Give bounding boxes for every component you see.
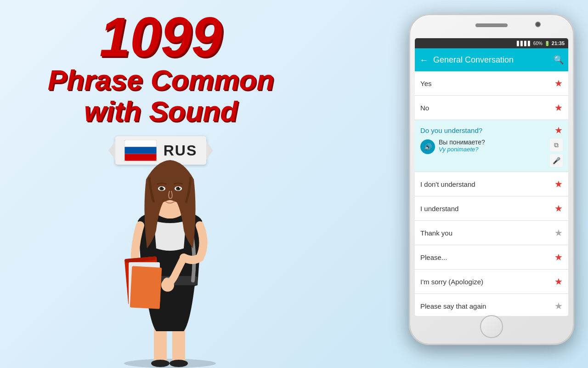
status-icons: ▋▋▋▋ 60% 🔋 21:35: [517, 40, 565, 46]
sound-button[interactable]: 🔊: [420, 139, 435, 154]
phrase-item[interactable]: I don't understand ★: [415, 172, 568, 196]
phrase-item[interactable]: Yes ★: [415, 71, 568, 96]
svg-point-8: [151, 360, 170, 367]
svg-rect-30: [130, 266, 162, 309]
phrase-text: I understand: [420, 205, 458, 213]
battery-percent: 60%: [533, 41, 543, 46]
phone-mockup: ▋▋▋▋ 60% 🔋 21:35 ← General Conversation …: [409, 14, 574, 345]
battery-icon: 🔋: [544, 41, 550, 46]
time-display: 21:35: [552, 40, 565, 46]
phrase-text: Do you understand?: [420, 126, 482, 134]
mic-icon[interactable]: 🎤: [550, 154, 563, 167]
phrase-item[interactable]: Thank you ★: [415, 221, 568, 245]
favorite-star-icon[interactable]: ★: [554, 227, 563, 238]
phrase-item[interactable]: Please... ★: [415, 245, 568, 270]
phrase-text: I'm sorry (Apologize): [420, 278, 483, 286]
phone-camera-icon: [535, 22, 541, 27]
favorite-star-icon[interactable]: ★: [554, 300, 563, 311]
phrase-item[interactable]: Please say that again ★: [415, 294, 568, 316]
signal-icon: ▋▋▋▋: [517, 41, 531, 46]
phrase-item[interactable]: No ★: [415, 96, 568, 120]
status-bar: ▋▋▋▋ 60% 🔋 21:35: [415, 38, 568, 48]
transliteration-text: Vy ponimaete?: [439, 146, 543, 153]
phrase-text: I don't understand: [420, 180, 475, 188]
action-icons: ⧉ 🎤: [550, 138, 563, 167]
phrase-item-header: Do you understand? ★: [420, 125, 563, 136]
phrase-item-expanded[interactable]: Do you understand? ★ 🔊 Вы понимаете? Vy …: [415, 120, 568, 172]
phrase-text: Thank you: [420, 229, 452, 237]
phrase-text: Please say that again: [420, 302, 486, 310]
favorite-star-icon[interactable]: ★: [554, 125, 563, 136]
cyrillic-text: Вы понимаете?: [439, 138, 543, 146]
phrase-text: Please...: [420, 253, 447, 261]
favorite-star-icon[interactable]: ★: [554, 102, 563, 113]
svg-point-21: [179, 187, 180, 188]
home-button[interactable]: [480, 315, 503, 338]
phrase-text: Yes: [420, 80, 431, 87]
promo-number: 1099: [100, 9, 222, 64]
back-button[interactable]: ←: [419, 55, 429, 65]
phrase-detail-row: 🔊 Вы понимаете? Vy ponimaete? ⧉ 🎤: [420, 138, 563, 167]
promo-line1: Phrase Common: [48, 64, 274, 96]
phone-speaker: [475, 23, 508, 27]
favorite-star-icon[interactable]: ★: [554, 252, 563, 263]
favorite-star-icon[interactable]: ★: [554, 203, 563, 214]
phrase-item[interactable]: I'm sorry (Apologize) ★: [415, 270, 568, 294]
svg-point-17: [163, 187, 164, 188]
app-bar-title: General Conversation: [433, 55, 549, 65]
phone-body: ▋▋▋▋ 60% 🔋 21:35 ← General Conversation …: [409, 14, 574, 345]
phrase-detail: 🔊 Вы понимаете? Vy ponimaete? ⧉ 🎤: [420, 138, 563, 167]
phrase-item[interactable]: I understand ★: [415, 196, 568, 221]
phone-screen: ▋▋▋▋ 60% 🔋 21:35 ← General Conversation …: [415, 38, 568, 316]
favorite-star-icon[interactable]: ★: [554, 276, 563, 287]
favorite-star-icon[interactable]: ★: [554, 178, 563, 190]
copy-icon[interactable]: ⧉: [550, 138, 563, 151]
phrase-text: No: [420, 104, 429, 112]
svg-point-9: [170, 360, 188, 367]
search-button[interactable]: 🔍: [554, 55, 564, 65]
favorite-star-icon[interactable]: ★: [554, 78, 563, 89]
girl-illustration: [83, 120, 257, 368]
promo-section: 1099 Phrase Common with Sound RUS: [0, 0, 322, 368]
svg-point-23: [163, 278, 170, 285]
phrase-translation: Вы понимаете? Vy ponimaete?: [439, 138, 543, 153]
phrase-list: Yes ★ No ★ Do you understand? ★: [415, 71, 568, 316]
app-bar: ← General Conversation 🔍: [415, 48, 568, 71]
